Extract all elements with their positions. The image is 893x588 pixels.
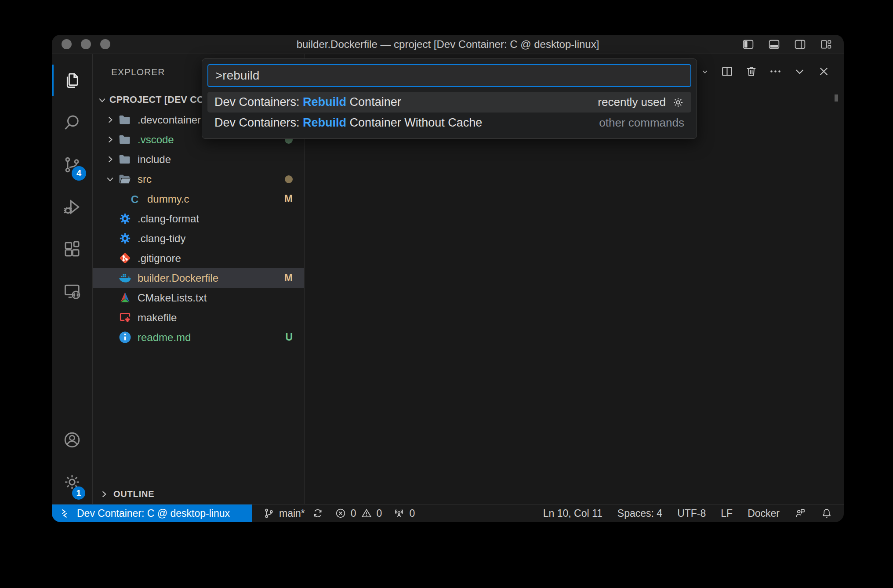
files-icon [62,71,82,90]
activity-settings[interactable]: 1 [52,461,92,503]
run-debug-icon [62,197,82,217]
activity-account[interactable] [52,419,92,461]
encoding[interactable]: UTF-8 [677,508,706,519]
tree-item-cmakelists-txt[interactable]: CMakeLists.txt [93,288,304,308]
status-bar: Dev Container: C @ desktop-linux main* 0… [52,504,844,522]
toggle-secondary-sidebar-icon[interactable] [794,39,806,50]
close-window-button[interactable] [62,39,72,49]
eol-sequence[interactable]: LF [721,508,733,519]
file-name: makefile [138,312,177,324]
file-name: .clang-tidy [138,232,185,245]
makefile-icon [117,310,132,325]
branch-indicator[interactable]: main* [263,505,323,522]
remote-indicator[interactable]: Dev Container: C @ desktop-linux [52,505,252,522]
warning-icon [361,508,372,519]
terminal-dropdown-icon[interactable] [700,67,710,76]
ports-count: 0 [409,508,415,519]
tree-item-clang-format[interactable]: .clang-format [93,209,304,229]
activity-source-control[interactable]: 4 [52,144,92,186]
cursor-position[interactable]: Ln 10, Col 11 [543,508,603,519]
chevron-placeholder [104,272,116,284]
palette-result-dev-containers-rebuild-container-without-cache[interactable]: Dev Containers: Rebuild Container Withou… [207,113,691,133]
minimize-window-button[interactable] [81,39,91,49]
tree-item-clang-tidy[interactable]: .clang-tidy [93,229,304,248]
ports-indicator[interactable]: 0 [393,505,415,522]
git-status-badge: M [284,272,293,284]
activity-remote-explorer[interactable] [52,270,92,312]
file-name: .vscode [138,134,174,146]
problems-indicator[interactable]: 0 0 [335,505,382,522]
chevron-placeholder [104,332,116,343]
kill-terminal-icon[interactable] [744,65,758,78]
tree-item-builder-dockerfile[interactable]: builder.DockerfileM [93,268,304,288]
file-name: CMakeLists.txt [138,292,207,304]
split-terminal-icon[interactable] [720,65,734,78]
activity-explorer[interactable] [52,59,92,102]
account-icon [62,430,82,450]
activity-search[interactable] [52,102,92,144]
tree-item-include[interactable]: include [93,149,304,169]
chevron-placeholder [104,233,116,244]
hide-panel-icon[interactable] [793,65,806,78]
file-name: .devcontainer [138,114,201,126]
configure-keybinding-gear-icon[interactable] [672,96,684,109]
toggle-panel-icon[interactable] [768,39,780,50]
tree-item-readme-md[interactable]: readme.mdU [93,327,304,347]
git-branch-icon [263,508,275,519]
chevron-down-icon [96,94,108,106]
tree-item-dummy-c[interactable]: Cdummy.cM [93,189,304,209]
folder-icon [117,132,132,147]
cmake-icon [117,290,132,305]
folder-icon [117,113,132,127]
tree-item-makefile[interactable]: makefile [93,308,304,327]
chevron-placeholder [104,253,116,264]
outline-section[interactable]: OUTLINE [93,484,304,504]
remote-label: Dev Container: C @ desktop-linux [77,508,230,519]
feedback-icon[interactable] [795,508,806,519]
activity-bar: 4 1 [52,54,93,504]
chevron-right-icon [104,134,116,145]
palette-result-dev-containers-rebuild-container[interactable]: Dev Containers: Rebuild Containerrecentl… [207,92,691,113]
git-icon [117,251,132,266]
result-label: Dev Containers: Rebuild Container [214,95,401,109]
radio-tower-icon [393,508,405,519]
notifications-bell-icon[interactable] [821,508,832,519]
info-icon [117,330,132,345]
outline-title: OUTLINE [113,489,154,499]
file-name: .clang-format [138,213,199,225]
folder-icon [117,152,132,167]
gear-icon [117,231,132,246]
error-icon [335,508,346,519]
toggle-primary-sidebar-icon[interactable] [742,39,755,50]
customize-layout-icon[interactable] [820,39,832,50]
close-panel-icon[interactable] [817,65,831,78]
chevron-down-icon [104,174,116,185]
svg-text:C: C [131,193,138,205]
tree-item-gitignore[interactable]: .gitignore [93,248,304,268]
remote-explorer-icon [62,282,82,301]
vscode-window: builder.Dockerfile — cproject [Dev Conta… [52,35,844,522]
activity-run-debug[interactable] [52,186,92,228]
indentation[interactable]: Spaces: 4 [617,508,662,519]
scrollbar-thumb[interactable] [835,94,838,102]
file-name: dummy.c [147,193,189,205]
chevron-placeholder [104,312,116,323]
chevron-right-icon [99,489,109,499]
file-name: .gitignore [138,252,181,265]
git-status-badge: U [285,331,293,343]
panel-actions [681,65,831,78]
language-mode[interactable]: Docker [748,508,780,519]
errors-count: 0 [351,508,356,519]
tree-item-src[interactable]: src [93,169,304,189]
chevron-placeholder [104,292,116,304]
gear-icon [117,211,132,226]
search-icon [62,113,82,132]
chevron-right-icon [104,154,116,165]
zoom-window-button[interactable] [100,39,110,49]
more-actions-icon[interactable] [769,65,782,78]
command-palette-input[interactable] [207,64,691,87]
titlebar: builder.Dockerfile — cproject [Dev Conta… [52,35,844,54]
remote-icon [61,508,72,519]
sync-icon [312,508,323,519]
activity-extensions[interactable] [52,228,92,270]
